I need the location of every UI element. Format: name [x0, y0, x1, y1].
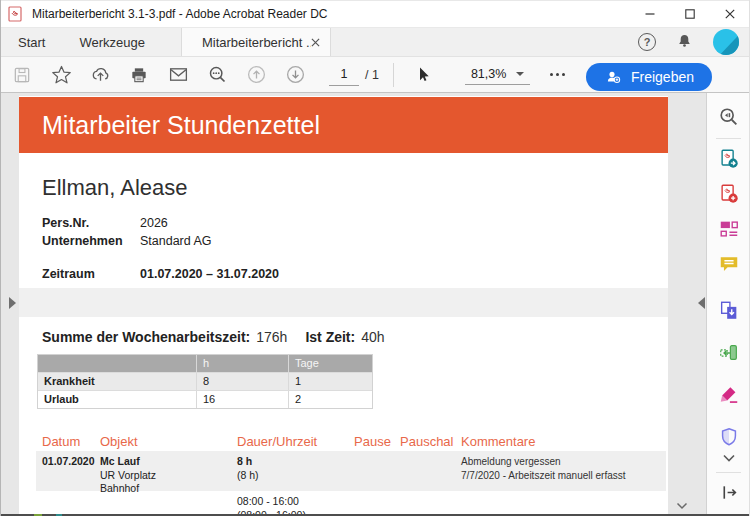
- share-button[interactable]: Freigeben: [586, 63, 712, 91]
- page-number-input[interactable]: [329, 64, 359, 86]
- avatar[interactable]: [713, 29, 739, 55]
- field-persnr-value: 2026: [140, 216, 168, 230]
- absence-header-empty: [38, 355, 196, 372]
- chevron-down-icon: [676, 502, 688, 510]
- tab-bar: Start Werkzeuge Mitarbeiterbericht ... ?: [0, 28, 750, 57]
- field-persnr-label: Pers.Nr.: [42, 216, 140, 230]
- summary-total-label: Summe der Wochenarbeitszeit:: [42, 329, 250, 345]
- time-table-header: Datum Objekt Dauer/Uhrzeit Pause Pauscha…: [19, 434, 668, 450]
- avatar-wedge: [713, 29, 739, 55]
- previous-page-button[interactable]: [243, 62, 269, 88]
- field-zeitraum: Zeitraum 01.07.2020 – 31.07.2020: [42, 267, 279, 281]
- field-zeitraum-value: 01.07.2020 – 31.07.2020: [140, 267, 279, 281]
- more-tools-button[interactable]: [544, 73, 570, 76]
- tools-pane-handle[interactable]: [698, 297, 705, 309]
- tool-combine-files-button[interactable]: [714, 296, 744, 326]
- summary-actual-value: 40h: [361, 329, 384, 345]
- main-toolbar: / 1 81,3% Freigeben: [0, 57, 750, 93]
- print-icon: [129, 65, 149, 85]
- scroll-down-button[interactable]: [674, 500, 690, 512]
- open-tools-pane-button[interactable]: [714, 477, 744, 507]
- sidebar-divider: [716, 138, 741, 139]
- marquee-zoom-icon: [207, 64, 228, 85]
- comment-icon: [718, 253, 740, 275]
- field-persnr: Pers.Nr. 2026: [42, 216, 168, 230]
- page-total-label: / 1: [365, 68, 379, 82]
- field-unternehmen: Unternehmen Standard AG: [42, 234, 212, 248]
- fill-sign-icon: [718, 383, 740, 405]
- summary-line: Summe der Wochenarbeitszeit: 176h Ist Ze…: [42, 329, 385, 345]
- summary-actual-label: Ist Zeit:: [305, 329, 355, 345]
- zoom-level-combo[interactable]: 81,3%: [465, 65, 530, 85]
- field-unternehmen-value: Standard AG: [140, 234, 212, 248]
- save-button[interactable]: [9, 62, 35, 88]
- tab-start-label: Start: [18, 35, 45, 50]
- protect-pdf-icon: [718, 426, 740, 448]
- report-title: Mitarbeiter Stundenzettel: [42, 97, 320, 153]
- section-divider-band: [19, 288, 668, 317]
- close-icon: [725, 9, 735, 19]
- cloud-upload-button[interactable]: [87, 62, 113, 88]
- help-button[interactable]: ?: [638, 33, 656, 51]
- open-pane-icon: [720, 483, 739, 502]
- close-button[interactable]: [710, 0, 750, 27]
- field-zeitraum-label: Zeitraum: [42, 267, 140, 281]
- select-tool-button[interactable]: [410, 62, 436, 88]
- bell-icon[interactable]: [675, 32, 694, 52]
- field-unternehmen-label: Unternehmen: [42, 234, 140, 248]
- tool-export-pdf-button[interactable]: [714, 144, 744, 174]
- tool-protect-pdf-button[interactable]: [714, 422, 744, 452]
- tool-fill-sign-button[interactable]: [714, 379, 744, 409]
- email-icon: [168, 64, 189, 85]
- tool-create-pdf-button[interactable]: [714, 179, 744, 209]
- star-button[interactable]: [48, 62, 74, 88]
- nav-pane-handle[interactable]: [9, 297, 16, 309]
- tab-start[interactable]: Start: [0, 28, 67, 56]
- tool-compress-pdf-button[interactable]: [714, 338, 744, 368]
- chevron-down-icon: [722, 454, 736, 463]
- absence-table-header: h Tage: [38, 355, 372, 372]
- maximize-button[interactable]: [670, 0, 710, 27]
- title-bar: Mitarbeiterbericht 3.1-3.pdf - Adobe Acr…: [0, 0, 750, 28]
- share-person-icon: [604, 68, 623, 86]
- sidebar-divider: [716, 472, 741, 473]
- more-tools-scroll-button[interactable]: [714, 450, 744, 466]
- table-row: Urlaub 16 2: [38, 390, 372, 408]
- arrow-down-circle-icon: [285, 64, 306, 85]
- cloud-upload-icon: [90, 64, 111, 85]
- document-workspace: Mitarbeiter Stundenzettel Ellman, Alease…: [0, 93, 750, 516]
- edit-pdf-icon: [718, 218, 740, 240]
- employee-name: Ellman, Alease: [42, 175, 188, 201]
- star-icon: [51, 64, 72, 85]
- absence-table: h Tage Krankheit 8 1 Urlaub 16 2: [37, 354, 373, 409]
- tab-werkzeuge[interactable]: Werkzeuge: [67, 28, 157, 56]
- marquee-zoom-button[interactable]: [204, 62, 230, 88]
- tools-sidebar: [706, 93, 750, 516]
- tab-document-label: Mitarbeiterbericht ...: [202, 35, 311, 50]
- tool-edit-pdf-button[interactable]: [714, 214, 744, 244]
- combine-files-icon: [718, 300, 740, 322]
- arrow-up-circle-icon: [246, 64, 267, 85]
- tool-comment-button[interactable]: [714, 249, 744, 279]
- toolbar-divider: [393, 63, 394, 87]
- tab-close-icon[interactable]: [311, 38, 320, 47]
- save-icon: [12, 65, 32, 85]
- minimize-icon: [645, 9, 655, 19]
- tab-document[interactable]: Mitarbeiterbericht ...: [181, 28, 331, 56]
- next-page-button[interactable]: [282, 62, 308, 88]
- create-pdf-icon: [718, 183, 740, 205]
- table-row: 01.07.2020 Mc Lauf UR Vorplatz Bahnhof 8…: [36, 451, 666, 491]
- maximize-icon: [685, 9, 695, 19]
- question-mark-glyph: ?: [644, 36, 651, 48]
- cursor-icon: [414, 65, 432, 84]
- minimize-button[interactable]: [630, 0, 670, 27]
- absence-header-hours: h: [196, 355, 288, 372]
- tool-search-button[interactable]: [714, 102, 744, 132]
- search-icon: [718, 106, 740, 128]
- share-button-label: Freigeben: [631, 69, 694, 85]
- email-button[interactable]: [165, 62, 191, 88]
- chevron-down-icon: [516, 72, 524, 76]
- summary-total-value: 176h: [256, 329, 287, 345]
- print-button[interactable]: [126, 62, 152, 88]
- compress-pdf-icon: [718, 342, 740, 364]
